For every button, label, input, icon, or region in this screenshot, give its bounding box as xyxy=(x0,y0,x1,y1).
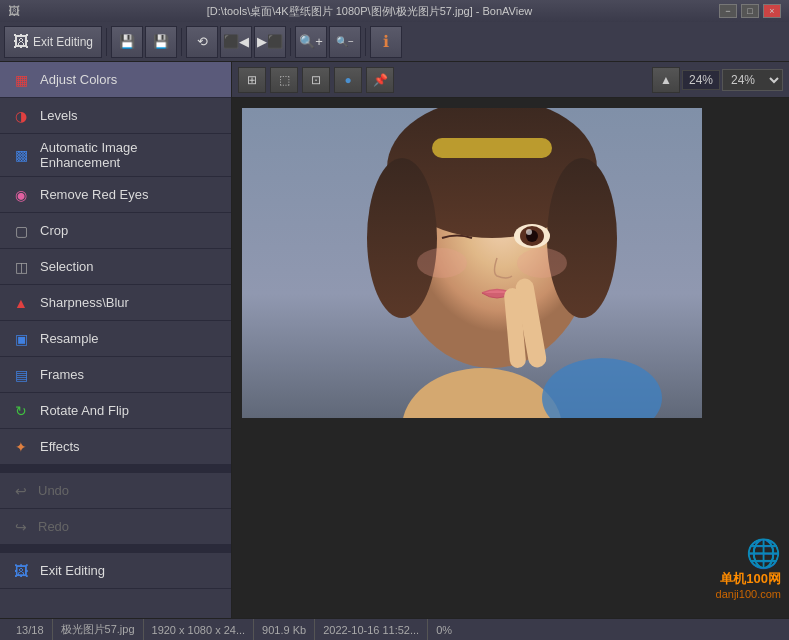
redo-button[interactable]: ↪ Redo xyxy=(0,509,231,545)
save-as-icon: 💾 xyxy=(153,34,169,49)
info-icon: ℹ xyxy=(383,32,389,51)
window-title: [D:\tools\桌面\4K壁纸图片 1080P\图例\极光图片57.jpg]… xyxy=(20,4,719,19)
toolbar: 🖼 Exit Editing 💾 💾 ⟲ ⬛◀ ▶⬛ 🔍+ 🔍− ℹ xyxy=(0,22,789,62)
zoom-in-button[interactable]: 🔍+ xyxy=(295,26,327,58)
image-container xyxy=(232,98,789,618)
maximize-button[interactable]: □ xyxy=(741,4,759,18)
exit-editing-button[interactable]: 🖼 Exit Editing xyxy=(4,26,102,58)
crop-icon: ▢ xyxy=(10,220,32,242)
panel-item-remove-red-eyes[interactable]: ◉ Remove Red Eyes xyxy=(0,177,231,213)
zoom-up-button[interactable]: ▲ xyxy=(652,67,680,93)
auto-enhance-label: Automatic Image Enhancement xyxy=(40,140,221,170)
panel-item-frames[interactable]: ▤ Frames xyxy=(0,357,231,393)
redo-icon: ↪ xyxy=(10,516,32,538)
panel-item-effects[interactable]: ✦ Effects xyxy=(0,429,231,465)
zoom-out-icon: 🔍− xyxy=(336,36,354,47)
levels-label: Levels xyxy=(40,108,78,123)
status-index-label: 13/18 xyxy=(16,624,44,636)
levels-icon: ◑ xyxy=(10,105,32,127)
fit-button[interactable]: ⊡ xyxy=(302,67,330,93)
undo-button[interactable]: ↩ Undo xyxy=(0,473,231,509)
app-icon: 🖼 xyxy=(8,4,20,18)
save-as-button[interactable]: 💾 xyxy=(145,26,177,58)
panel-item-selection[interactable]: ◫ Selection xyxy=(0,249,231,285)
undo-icon: ↩ xyxy=(10,480,32,502)
auto-enhance-icon: ▩ xyxy=(10,144,32,166)
next-button[interactable]: ▶⬛ xyxy=(254,26,286,58)
status-filename-label: 极光图片57.jpg xyxy=(61,622,135,637)
panel-item-resample[interactable]: ▣ Resample xyxy=(0,321,231,357)
crop-label: Crop xyxy=(40,223,68,238)
exit-icon: 🖼 xyxy=(13,33,29,51)
actual-size-icon: ⬚ xyxy=(279,73,290,87)
selection-icon: ◫ xyxy=(10,256,32,278)
status-index: 13/18 xyxy=(8,619,53,640)
eye-button[interactable]: ● xyxy=(334,67,362,93)
fit-icon: ⊡ xyxy=(311,73,321,87)
portrait-svg xyxy=(242,108,702,418)
window-controls[interactable]: − □ × xyxy=(719,4,781,18)
panel-item-adjust-colors[interactable]: ▦ Adjust Colors xyxy=(0,62,231,98)
status-filename: 极光图片57.jpg xyxy=(53,619,144,640)
status-datetime: 2022-10-16 11:52... xyxy=(315,619,428,640)
panel-item-rotate-flip[interactable]: ↻ Rotate And Flip xyxy=(0,393,231,429)
effects-icon: ✦ xyxy=(10,436,32,458)
redo-label: Redo xyxy=(38,519,69,534)
frames-icon: ▤ xyxy=(10,364,32,386)
toolbar-separator-3 xyxy=(290,28,291,56)
status-zoom: 0% xyxy=(428,619,460,640)
panel-divider-2 xyxy=(0,545,231,553)
image-display xyxy=(242,108,702,418)
minimize-button[interactable]: − xyxy=(719,4,737,18)
close-button[interactable]: × xyxy=(763,4,781,18)
panel-item-levels[interactable]: ◑ Levels xyxy=(0,98,231,134)
panel-item-sharpness-blur[interactable]: ▲ Sharpness\Blur xyxy=(0,285,231,321)
grid-view-icon: ⊞ xyxy=(247,73,257,87)
status-zoom-label: 0% xyxy=(436,624,452,636)
remove-red-eyes-label: Remove Red Eyes xyxy=(40,187,148,202)
effects-label: Effects xyxy=(40,439,80,454)
rotate-flip-label: Rotate And Flip xyxy=(40,403,129,418)
exit-editing-bottom-icon: 🖼 xyxy=(10,560,32,582)
svg-point-14 xyxy=(517,248,567,278)
sharpness-blur-icon: ▲ xyxy=(10,292,32,314)
resample-icon: ▣ xyxy=(10,328,32,350)
zoom-in-icon: 🔍+ xyxy=(299,34,323,49)
exit-editing-label: Exit Editing xyxy=(33,35,93,49)
panel-divider-1 xyxy=(0,465,231,473)
undo-label: Undo xyxy=(38,483,69,498)
status-filesize: 901.9 Kb xyxy=(254,619,315,640)
image-toolbar: ⊞ ⬚ ⊡ ● 📌 ▲ 24% 24% 50% xyxy=(232,62,789,98)
svg-point-10 xyxy=(526,229,532,235)
adjust-colors-icon: ▦ xyxy=(10,69,32,91)
status-filesize-label: 901.9 Kb xyxy=(262,624,306,636)
rotate-flip-icon: ↻ xyxy=(10,400,32,422)
panel-item-crop[interactable]: ▢ Crop xyxy=(0,213,231,249)
svg-point-4 xyxy=(367,158,437,318)
status-datetime-label: 2022-10-16 11:52... xyxy=(323,624,419,636)
save-button[interactable]: 💾 xyxy=(111,26,143,58)
svg-point-13 xyxy=(417,248,467,278)
content-area: ⊞ ⬚ ⊡ ● 📌 ▲ 24% 24% 50% xyxy=(232,62,789,618)
toolbar-separator-1 xyxy=(106,28,107,56)
status-dimensions: 1920 x 1080 x 24... xyxy=(144,619,255,640)
remove-red-eyes-icon: ◉ xyxy=(10,184,32,206)
pin-button[interactable]: 📌 xyxy=(366,67,394,93)
zoom-dropdown[interactable]: 24% 50% 100% xyxy=(722,69,783,91)
adjust-colors-label: Adjust Colors xyxy=(40,72,117,87)
panel-item-exit-editing-bottom[interactable]: 🖼 Exit Editing xyxy=(0,553,231,589)
back-button[interactable]: ⟲ xyxy=(186,26,218,58)
prev-icon: ⬛◀ xyxy=(223,34,249,49)
grid-view-button[interactable]: ⊞ xyxy=(238,67,266,93)
next-icon: ▶⬛ xyxy=(257,34,283,49)
left-panel: ▦ Adjust Colors ◑ Levels ▩ Automatic Ima… xyxy=(0,62,232,618)
resample-label: Resample xyxy=(40,331,99,346)
zoom-control: ▲ 24% 24% 50% 100% xyxy=(652,67,783,93)
info-button[interactable]: ℹ xyxy=(370,26,402,58)
zoom-out-button[interactable]: 🔍− xyxy=(329,26,361,58)
panel-item-auto-enhance[interactable]: ▩ Automatic Image Enhancement xyxy=(0,134,231,177)
prev-button[interactable]: ⬛◀ xyxy=(220,26,252,58)
save-icon: 💾 xyxy=(119,34,135,49)
actual-size-button[interactable]: ⬚ xyxy=(270,67,298,93)
status-dimensions-label: 1920 x 1080 x 24... xyxy=(152,624,246,636)
